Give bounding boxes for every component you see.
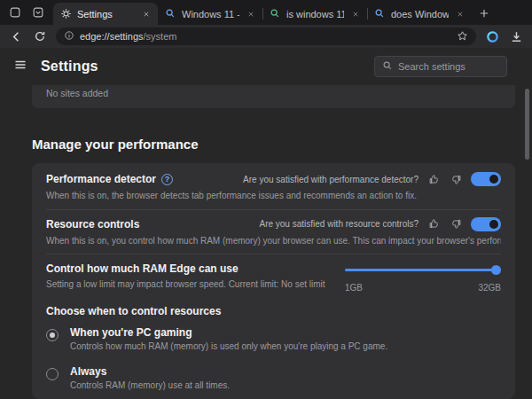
slider-max-label: 32GB	[478, 283, 501, 293]
resource-controls-toggle[interactable]	[471, 217, 501, 231]
resource-controls-title: Resource controls	[46, 218, 139, 231]
refresh-icon[interactable]	[32, 28, 48, 44]
url-base: edge://settings	[80, 31, 144, 42]
ram-limit-slider[interactable]	[345, 265, 501, 275]
tab-strip-actions	[4, 0, 53, 25]
performance-detector-title: Performance detector ?	[46, 173, 173, 185]
settings-header: Settings	[0, 48, 532, 85]
tab-does-windows-11-24h[interactable]: does Windows 11 24H	[367, 3, 472, 25]
site-info-icon[interactable]	[64, 30, 74, 43]
new-tab-button[interactable]	[474, 4, 494, 23]
option-always[interactable]: Always Controls RAM (memory) use at all …	[46, 358, 501, 397]
close-tab-icon[interactable]	[245, 8, 257, 20]
option-pc-gaming[interactable]: When you're PC gaming Controls how much …	[46, 319, 501, 358]
resource-controls-row: Resource controls Are you satisfied with…	[46, 210, 501, 255]
tab-title: is windows 11 24h2 sa	[286, 9, 344, 20]
browser-toolbar: edge://settings/system	[0, 25, 532, 48]
resource-controls-description: When this is on, you control how much RA…	[46, 235, 501, 247]
settings-search[interactable]	[374, 56, 507, 77]
page-title: Settings	[41, 59, 98, 74]
search-favicon-icon	[165, 8, 176, 20]
settings-page: Settings No sites added Manage your perf…	[0, 48, 532, 399]
section-title: Manage your performance	[32, 137, 532, 152]
menu-icon[interactable]	[13, 58, 27, 75]
tab-title: Settings	[77, 9, 135, 20]
settings-search-input[interactable]	[398, 61, 499, 72]
feedback-question: Are you satisfied with performance detec…	[243, 175, 419, 184]
thumbs-down-icon[interactable]	[449, 217, 463, 231]
favorite-star-icon[interactable]	[457, 30, 468, 43]
option-description: Controls how much RAM (memory) is used o…	[70, 341, 387, 351]
tab-title: does Windows 11 24H	[391, 9, 449, 20]
close-tab-icon[interactable]	[140, 8, 153, 20]
performance-detector-row: Performance detector ? Are you satisfied…	[46, 165, 501, 210]
slider-track	[345, 269, 501, 271]
close-tab-icon[interactable]	[454, 8, 466, 20]
tab-windows11-search[interactable]: Windows 11 - Search	[158, 3, 262, 25]
search-icon	[382, 59, 393, 74]
tab-is-windows-11-24h2[interactable]: is windows 11 24h2 sa	[262, 3, 367, 25]
previous-section-card: No sites added	[32, 85, 515, 108]
slider-handle[interactable]	[491, 265, 501, 275]
option-description: Controls RAM (memory) use at all times.	[70, 380, 230, 390]
scrollbar[interactable]	[525, 89, 529, 160]
toggle-knob	[489, 175, 498, 184]
tab-title: Windows 11 - Search	[182, 9, 239, 20]
tab-settings[interactable]: Settings	[53, 3, 158, 25]
thumbs-up-icon[interactable]	[426, 217, 441, 231]
radio-pc-gaming[interactable]	[46, 329, 59, 341]
slider-min-label: 1GB	[345, 283, 363, 293]
downloads-icon[interactable]	[508, 28, 524, 44]
search-favicon-icon	[270, 8, 281, 20]
address-bar[interactable]: edge://settings/system	[56, 27, 476, 45]
no-sites-added-label: No sites added	[46, 88, 108, 98]
feedback-question: Are you satisfied with resource controls…	[259, 219, 419, 229]
copilot-icon[interactable]	[484, 28, 500, 44]
workspaces-icon[interactable]	[9, 6, 21, 19]
ram-limit-description: Setting a low limit may impact browser s…	[46, 278, 331, 291]
radio-always[interactable]	[46, 368, 59, 380]
performance-card: Performance detector ? Are you satisfied…	[32, 163, 515, 399]
thumbs-down-icon[interactable]	[449, 172, 463, 186]
back-icon[interactable]	[8, 28, 24, 44]
option-title: When you're PC gaming	[70, 326, 387, 339]
gear-icon	[60, 8, 72, 20]
tab-actions-icon[interactable]	[32, 6, 44, 19]
url-path: /system	[144, 31, 177, 42]
performance-detector-toggle[interactable]	[471, 172, 501, 186]
ram-limit-title: Control how much RAM Edge can use	[46, 262, 331, 275]
toggle-knob	[489, 220, 498, 229]
ram-limit-row: Control how much RAM Edge can use Settin…	[46, 254, 501, 297]
thumbs-up-icon[interactable]	[426, 172, 441, 186]
choose-when-title: Choose when to control resources	[46, 297, 501, 319]
tab-strip: Settings Windows 11 - Search is windows …	[0, 0, 532, 25]
performance-detector-description: When this is on, the browser detects tab…	[46, 190, 501, 202]
search-favicon-icon	[374, 8, 386, 20]
close-tab-icon[interactable]	[349, 8, 362, 20]
option-title: Always	[70, 365, 230, 378]
help-icon[interactable]: ?	[161, 174, 173, 185]
